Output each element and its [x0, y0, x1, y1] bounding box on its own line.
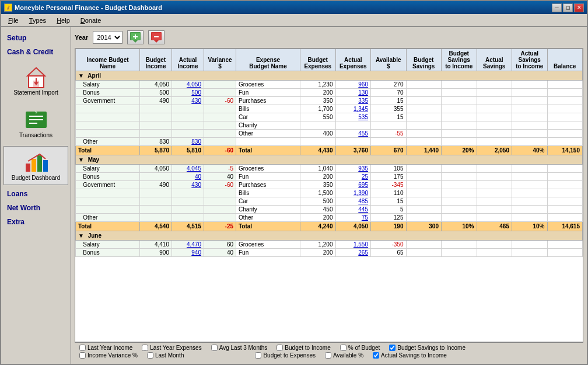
actual-income-cell[interactable]: [172, 130, 204, 138]
cb-last-month[interactable]: Last Month: [147, 352, 184, 359]
cb-budget-to-expenses[interactable]: Budget to Expenses: [255, 352, 316, 359]
actual-income-cell[interactable]: [172, 113, 204, 121]
total-expense-budget: 4,240: [300, 222, 336, 231]
actual-expense-link[interactable]: 130: [358, 89, 368, 96]
actual-expense-cell[interactable]: 695: [335, 181, 371, 189]
actual-income-cell[interactable]: 4,045: [172, 165, 204, 173]
balance-cell: [547, 197, 583, 206]
cb-pct-of-budget[interactable]: % of Budget: [340, 345, 380, 351]
actual-expense-cell[interactable]: [335, 138, 371, 146]
actual-income-cell[interactable]: [172, 197, 204, 206]
actual-expense-cell[interactable]: 1,390: [335, 189, 371, 197]
actual-expense-link[interactable]: 265: [358, 249, 368, 256]
add-budget-button[interactable]: [127, 30, 144, 44]
actual-expense-cell[interactable]: 130: [335, 89, 371, 97]
actual-income-cell[interactable]: [172, 105, 204, 113]
menu-help[interactable]: Help: [52, 16, 75, 25]
actual-expense-link[interactable]: 960: [358, 81, 368, 88]
minimize-button[interactable]: ─: [552, 4, 562, 12]
actual-income-cell[interactable]: [172, 189, 204, 197]
cb-last-year-expenses[interactable]: Last Year Expenses: [142, 345, 201, 351]
sidebar-item-net-worth[interactable]: Net Worth: [4, 201, 68, 214]
cb-avg-last-3-months[interactable]: Avg Last 3 Months: [211, 345, 268, 351]
budget-table-container[interactable]: Income BudgetName BudgetIncome ActualInc…: [75, 48, 583, 342]
actual-expense-link[interactable]: 485: [358, 198, 368, 204]
cb-income-variance-pct[interactable]: Income Variance %: [79, 352, 138, 359]
actual-expense-link[interactable]: 695: [358, 182, 368, 188]
actual-expense-cell[interactable]: 485: [335, 197, 371, 206]
remove-budget-button[interactable]: [148, 30, 164, 44]
actual-expense-link[interactable]: 455: [358, 130, 368, 137]
actual-income-link[interactable]: 4,045: [187, 165, 201, 172]
actual-expense-link[interactable]: 1,390: [354, 190, 368, 196]
actual-expense-link[interactable]: 75: [362, 214, 368, 221]
actual-expense-cell[interactable]: 25: [335, 173, 371, 181]
actual-expense-link[interactable]: 1,550: [354, 241, 368, 248]
actual-income-cell[interactable]: 830: [172, 138, 204, 146]
menu-donate[interactable]: Donate: [76, 16, 106, 25]
menu-bar: File Types Help Donate: [1, 14, 587, 27]
sidebar-item-cash-credit[interactable]: Cash & Credit: [4, 46, 68, 58]
actual-income-link[interactable]: 500: [191, 89, 201, 96]
actual-expense-link[interactable]: 1,345: [354, 106, 368, 112]
variance-cell: 40: [204, 249, 236, 257]
actual-income-cell[interactable]: 4,470: [172, 241, 204, 249]
actual-income-link[interactable]: 430: [191, 98, 201, 104]
sidebar-item-loans[interactable]: Loans: [4, 187, 68, 200]
budget-expense-cell: [300, 121, 336, 130]
actual-expense-cell[interactable]: 960: [335, 81, 371, 89]
sidebar-item-transactions[interactable]: $ Transactions: [4, 103, 68, 142]
actual-income-cell[interactable]: [172, 121, 204, 130]
actual-expense-link[interactable]: 25: [362, 173, 368, 180]
actual-income-link[interactable]: 4,050: [187, 81, 201, 88]
cb-actual-savings-to-income[interactable]: Actual Savings to Income: [373, 352, 447, 359]
actual-expense-cell[interactable]: 535: [335, 113, 371, 121]
actual-expense-link[interactable]: 535: [358, 114, 368, 120]
year-select[interactable]: 2014 2013 2015: [93, 31, 123, 44]
sidebar-item-statement-import[interactable]: Statement Import: [4, 61, 68, 100]
actual-expense-link[interactable]: 935: [358, 165, 368, 172]
actual-expense-cell[interactable]: 1,550: [335, 241, 371, 249]
actual-income-cell[interactable]: 40: [172, 173, 204, 181]
actual-income-cell[interactable]: 430: [172, 181, 204, 189]
sidebar-item-extra[interactable]: Extra: [4, 215, 68, 228]
actual-expense-cell[interactable]: 445: [335, 206, 371, 214]
actual-income-cell[interactable]: 430: [172, 97, 204, 105]
close-button[interactable]: ✕: [574, 4, 584, 12]
actual-income-link[interactable]: 4,470: [187, 241, 201, 248]
cb-last-year-income[interactable]: Last Year Income: [79, 345, 132, 351]
sidebar-item-setup[interactable]: Setup: [4, 32, 68, 44]
actual-income-cell[interactable]: 500: [172, 89, 204, 97]
actual-income-link[interactable]: 940: [191, 249, 201, 256]
actual-expense-cell[interactable]: 455: [335, 130, 371, 138]
statement-import-icon: [22, 65, 50, 89]
actual-income-link[interactable]: 430: [191, 182, 201, 188]
actual-income-cell[interactable]: 4,050: [172, 81, 204, 89]
balance-cell: [547, 189, 583, 197]
actual-savings-to-income-cell: [512, 206, 548, 214]
month-toggle-june[interactable]: ▼: [78, 232, 84, 239]
actual-expense-cell[interactable]: 935: [335, 165, 371, 173]
actual-income-link[interactable]: 40: [195, 173, 201, 180]
restore-button[interactable]: ◻: [563, 4, 573, 12]
actual-expense-cell[interactable]: [335, 121, 371, 130]
actual-expense-link[interactable]: 335: [358, 98, 368, 104]
month-toggle-may[interactable]: ▼: [78, 157, 84, 163]
actual-expense-cell[interactable]: 75: [335, 214, 371, 222]
cb-available-pct[interactable]: Available %: [325, 352, 363, 359]
sidebar-item-budget-dashboard[interactable]: Budget Dashboard: [4, 146, 68, 185]
cb-budget-to-income[interactable]: Budget to Income: [276, 345, 330, 351]
income-name-cell: [76, 121, 140, 130]
actual-income-cell[interactable]: [172, 214, 204, 222]
actual-income-cell[interactable]: 940: [172, 249, 204, 257]
actual-income-link[interactable]: 830: [191, 138, 201, 145]
cb-budget-savings-to-income[interactable]: Budget Savings to Income: [389, 345, 466, 351]
month-toggle-april[interactable]: ▼: [78, 72, 84, 79]
actual-expense-cell[interactable]: 335: [335, 97, 371, 105]
actual-income-cell[interactable]: [172, 206, 204, 214]
actual-expense-link[interactable]: 445: [358, 206, 368, 213]
menu-file[interactable]: File: [4, 16, 23, 25]
actual-expense-cell[interactable]: 1,345: [335, 105, 371, 113]
actual-expense-cell[interactable]: 265: [335, 249, 371, 257]
menu-types[interactable]: Types: [24, 16, 51, 25]
